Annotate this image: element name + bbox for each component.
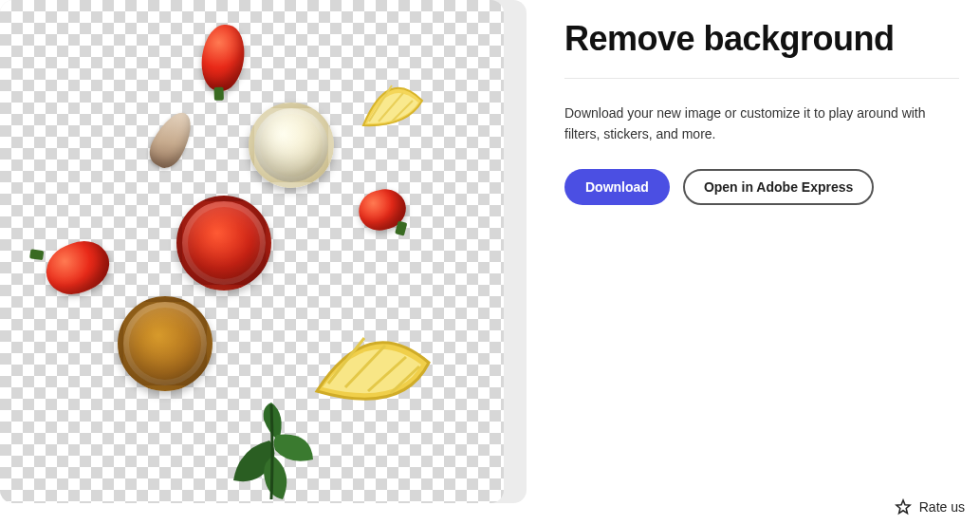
download-button[interactable]: Download <box>564 169 670 205</box>
description-text: Download your new image or customize it … <box>564 103 953 144</box>
side-panel: Remove background Download your new imag… <box>527 0 980 525</box>
mayo-bowl <box>249 103 334 188</box>
action-row: Download Open in Adobe Express <box>564 169 959 205</box>
tomato <box>354 184 410 235</box>
result-image <box>0 0 504 503</box>
mustard-bowl <box>118 296 213 391</box>
garlic-clove <box>143 106 199 174</box>
rate-us-link[interactable]: Rate us <box>895 498 965 516</box>
image-canvas-wrap <box>0 0 527 503</box>
page-title: Remove background <box>564 19 959 59</box>
rate-us-label: Rate us <box>919 499 965 515</box>
lemon-wedge <box>311 325 435 420</box>
lemon-wedge <box>360 72 426 139</box>
tomato <box>39 233 118 303</box>
tomato <box>197 22 248 93</box>
star-icon <box>895 498 912 516</box>
ketchup-bowl <box>176 196 271 291</box>
divider <box>564 78 959 79</box>
basil-leaves <box>220 393 324 503</box>
open-express-button[interactable]: Open in Adobe Express <box>683 169 874 205</box>
